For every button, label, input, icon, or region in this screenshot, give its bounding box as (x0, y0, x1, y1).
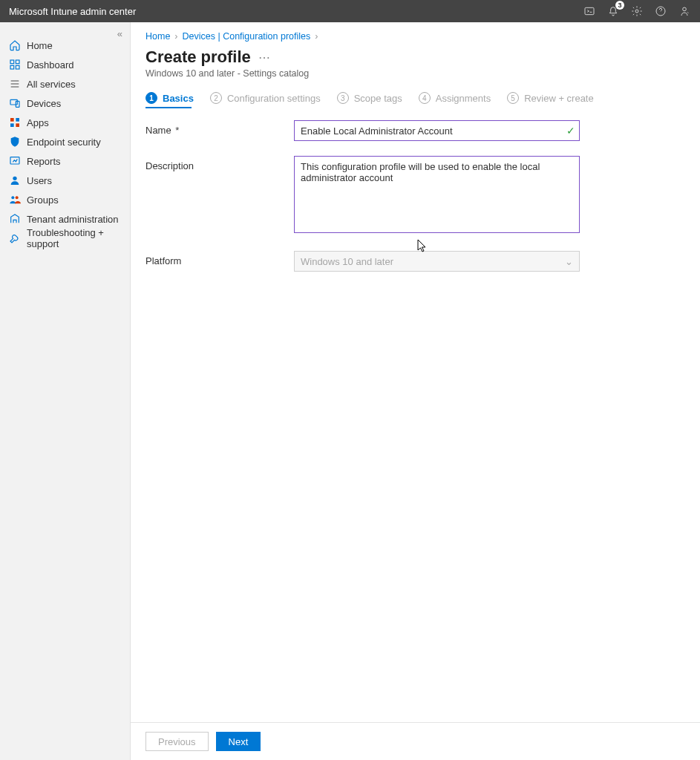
sidebar-item-label: All services (27, 79, 76, 90)
step-label: Configuration settings (227, 93, 321, 104)
collapse-sidebar-icon[interactable]: « (117, 28, 122, 39)
groups-icon (9, 194, 21, 206)
help-icon[interactable] (654, 4, 667, 18)
step-number: 5 (507, 92, 519, 104)
svg-rect-4 (10, 60, 14, 64)
step-number: 2 (210, 92, 222, 104)
breadcrumb-devices[interactable]: Devices | Configuration profiles (183, 31, 311, 42)
step-number: 3 (337, 92, 349, 104)
chevron-right-icon: › (315, 31, 318, 42)
sidebar-item-apps[interactable]: Apps (0, 113, 130, 132)
svg-rect-14 (16, 118, 19, 122)
feedback-icon[interactable] (678, 4, 691, 18)
previous-button: Previous (145, 732, 209, 751)
sidebar-item-troubleshooting[interactable]: Troubleshooting + support (0, 229, 130, 248)
wizard-step-basics[interactable]: 1 Basics (145, 92, 194, 104)
sidebar-item-devices[interactable]: Devices (0, 94, 130, 113)
svg-point-19 (11, 196, 14, 199)
platform-value: Windows 10 and later (301, 256, 393, 267)
wizard-steps: 1 Basics 2 Configuration settings 3 Scop… (145, 92, 685, 104)
description-label: Description (145, 156, 294, 171)
more-options-icon[interactable]: ⋯ (258, 50, 271, 65)
wizard-footer: Previous Next (131, 722, 700, 760)
step-label: Scope tags (354, 93, 402, 104)
sidebar-item-label: Devices (27, 98, 61, 109)
topbar-actions: 3 (583, 4, 691, 18)
step-label: Review + create (524, 93, 594, 104)
breadcrumb: Home › Devices | Configuration profiles … (145, 31, 685, 42)
svg-rect-13 (10, 118, 14, 122)
svg-point-1 (635, 10, 638, 13)
tenant-admin-icon (9, 213, 21, 225)
valid-check-icon: ✓ (566, 125, 575, 137)
sidebar-item-label: Dashboard (27, 59, 74, 71)
chevron-down-icon: ⌄ (565, 256, 573, 267)
sidebar-item-label: Groups (27, 194, 59, 206)
step-label: Assignments (436, 93, 491, 104)
wrench-icon (9, 232, 21, 244)
svg-point-18 (13, 177, 16, 180)
sidebar-item-label: Reports (27, 156, 61, 167)
home-icon (9, 39, 21, 51)
sidebar-item-endpoint-security[interactable]: Endpoint security (0, 132, 130, 151)
sidebar: « Home Dashboard All services Devices Ap… (0, 22, 131, 760)
page-subtitle: Windows 10 and later - Settings catalog (145, 68, 685, 79)
create-profile-form: Name * ✓ Description Platform (145, 120, 685, 272)
step-number: 1 (145, 92, 157, 104)
step-label: Basics (163, 93, 194, 104)
sidebar-item-home[interactable]: Home (0, 36, 130, 55)
name-label: Name * (145, 120, 294, 136)
sidebar-item-tenant-admin[interactable]: Tenant administration (0, 209, 130, 229)
all-services-icon (9, 78, 21, 90)
next-button[interactable]: Next (216, 732, 261, 751)
svg-rect-16 (16, 123, 19, 127)
svg-rect-15 (10, 123, 14, 127)
sidebar-item-label: Endpoint security (27, 137, 101, 148)
dashboard-icon (9, 59, 21, 71)
sidebar-item-all-services[interactable]: All services (0, 74, 130, 94)
cloud-shell-icon[interactable] (583, 4, 596, 18)
sidebar-item-groups[interactable]: Groups (0, 190, 130, 209)
sidebar-item-label: Troubleshooting + support (27, 227, 121, 249)
svg-point-3 (683, 7, 687, 11)
sidebar-item-label: Tenant administration (27, 214, 119, 225)
svg-rect-5 (16, 60, 19, 64)
platform-label: Platform (145, 251, 294, 266)
sidebar-item-users[interactable]: Users (0, 171, 130, 190)
app-title: Microsoft Intune admin center (9, 6, 583, 17)
devices-icon (9, 97, 21, 109)
notification-badge: 3 (615, 1, 624, 10)
name-input[interactable] (294, 120, 580, 141)
sidebar-item-label: Users (27, 175, 52, 186)
wizard-step-review[interactable]: 5 Review + create (507, 92, 594, 104)
sidebar-item-label: Apps (27, 117, 49, 128)
breadcrumb-home[interactable]: Home (145, 31, 170, 42)
settings-gear-icon[interactable] (630, 4, 644, 18)
wizard-step-assignments[interactable]: 4 Assignments (419, 92, 491, 104)
chevron-right-icon: › (174, 31, 177, 42)
step-number: 4 (419, 92, 431, 104)
svg-point-20 (16, 196, 19, 199)
shield-icon (9, 136, 21, 148)
sidebar-item-dashboard[interactable]: Dashboard (0, 55, 130, 74)
sidebar-item-label: Home (27, 40, 53, 51)
page-title: Create profile (145, 48, 251, 67)
description-textarea[interactable] (294, 156, 580, 233)
platform-select-disabled: Windows 10 and later ⌄ (294, 251, 580, 272)
top-bar: Microsoft Intune admin center 3 (0, 0, 700, 22)
reports-icon (9, 155, 21, 167)
svg-rect-7 (16, 65, 19, 69)
apps-icon (9, 117, 21, 128)
notifications-icon[interactable]: 3 (606, 4, 620, 18)
sidebar-item-reports[interactable]: Reports (0, 151, 130, 171)
users-icon (9, 174, 21, 186)
wizard-step-scope[interactable]: 3 Scope tags (337, 92, 402, 104)
wizard-active-underline (145, 107, 192, 108)
main-area: Home › Devices | Configuration profiles … (131, 22, 700, 760)
wizard-step-config[interactable]: 2 Configuration settings (210, 92, 321, 104)
svg-rect-6 (10, 65, 14, 69)
